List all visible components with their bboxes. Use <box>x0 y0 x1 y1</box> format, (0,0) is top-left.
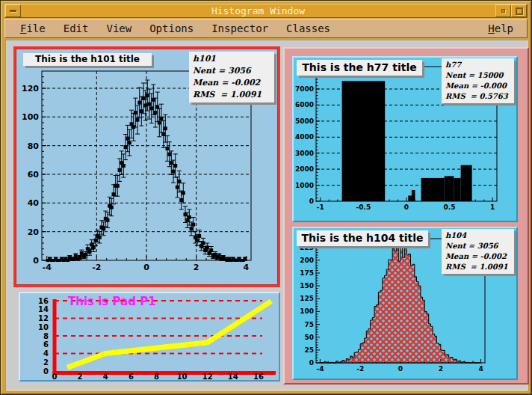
svg-text:120: 120 <box>22 84 39 94</box>
stats-line: RMS = 1.0091 <box>189 89 274 101</box>
svg-text:2000: 2000 <box>295 165 314 173</box>
svg-text:14: 14 <box>228 373 238 380</box>
svg-text:8: 8 <box>154 373 159 380</box>
h104-stats-box[interactable]: h104 Nent = 3056 Mean = -0.002 RMS = 1.0… <box>442 229 514 274</box>
svg-text:0: 0 <box>33 256 39 266</box>
root-canvas[interactable]: -4-2024020406080100120 This is the h101 … <box>5 40 528 391</box>
svg-text:3000: 3000 <box>295 150 314 157</box>
svg-text:0: 0 <box>404 203 409 211</box>
iconify-icon <box>501 9 505 13</box>
pad-h77[interactable]: 01000200030004000500060007000-1-0.500.51… <box>292 56 518 222</box>
pad-h101-selected[interactable]: -4-2024020406080100120 This is the h101 … <box>13 46 280 287</box>
svg-text:0: 0 <box>309 198 314 205</box>
svg-text:0: 0 <box>143 263 149 272</box>
stats-line: Nent = 3056 <box>189 65 274 77</box>
svg-text:4: 4 <box>478 365 483 373</box>
menu-inspector[interactable]: Inspector <box>204 21 276 36</box>
pad-right-group[interactable]: 01000200030004000500060007000-1-0.500.51… <box>283 47 529 385</box>
menu-classes[interactable]: Classes <box>279 21 338 36</box>
menu-file[interactable]: File <box>13 21 53 36</box>
svg-text:5000: 5000 <box>295 117 314 125</box>
svg-text:1000: 1000 <box>295 182 314 189</box>
titlebar[interactable]: Histogram Window <box>4 4 528 18</box>
svg-text:6000: 6000 <box>295 101 314 108</box>
stats-line: RMS = 1.0091 <box>442 262 514 272</box>
svg-text:10: 10 <box>38 323 49 331</box>
h101-stats-box[interactable]: h101 Nent = 3056 Mean = -0.002 RMS = 1.0… <box>189 52 274 102</box>
stats-line: Mean = -0.002 <box>442 251 514 262</box>
h104-title-box[interactable]: This is the h104 title <box>297 230 428 246</box>
stats-line: h77 <box>442 60 514 70</box>
svg-text:200: 200 <box>300 257 314 264</box>
svg-text:7000: 7000 <box>295 85 314 93</box>
menu-view[interactable]: View <box>99 21 139 36</box>
stats-line: Mean = -0.000 <box>442 81 514 91</box>
svg-text:14: 14 <box>38 305 49 313</box>
svg-text:12: 12 <box>202 373 213 380</box>
menu-help[interactable]: Help <box>482 21 519 36</box>
stats-line: h101 <box>189 53 274 65</box>
stats-line: RMS = 0.5763 <box>442 91 514 102</box>
svg-text:-1: -1 <box>317 203 324 211</box>
svg-text:0: 0 <box>309 359 314 367</box>
svg-text:0.5: 0.5 <box>444 203 456 211</box>
p1-title: This is Pad P1 <box>68 295 156 308</box>
svg-text:100: 100 <box>22 112 39 122</box>
svg-text:-0.5: -0.5 <box>356 203 371 211</box>
stats-line: Nent = 15000 <box>442 70 514 81</box>
svg-text:75: 75 <box>304 321 314 328</box>
svg-text:50: 50 <box>304 334 314 341</box>
svg-text:150: 150 <box>300 282 314 290</box>
stats-line: h104 <box>442 230 514 241</box>
window-title: Histogram Window <box>21 4 495 17</box>
h77-title-box[interactable]: This is the h77 title <box>297 60 422 76</box>
svg-text:4000: 4000 <box>295 133 314 141</box>
svg-text:80: 80 <box>28 141 40 151</box>
svg-text:125: 125 <box>300 295 314 302</box>
pad-p1[interactable]: 02468101214160246810121416 This is Pad P… <box>19 292 280 382</box>
svg-text:6: 6 <box>43 340 49 349</box>
svg-text:2: 2 <box>43 358 49 367</box>
svg-text:6: 6 <box>129 373 134 380</box>
svg-text:16: 16 <box>253 373 264 380</box>
svg-text:-4: -4 <box>316 365 324 373</box>
svg-text:12: 12 <box>38 314 49 322</box>
window-menu-icon <box>10 10 16 12</box>
h77-stats-box[interactable]: h77 Nent = 15000 Mean = -0.000 RMS = 0.5… <box>442 58 514 103</box>
svg-text:25: 25 <box>304 346 314 354</box>
svg-text:4: 4 <box>43 349 49 358</box>
svg-text:100: 100 <box>300 307 314 315</box>
window-menu-button[interactable] <box>5 4 21 17</box>
svg-text:0: 0 <box>398 365 403 373</box>
svg-text:8: 8 <box>43 332 49 340</box>
menubar: File Edit View Options Inspector Classes… <box>4 19 528 38</box>
svg-text:-4: -4 <box>43 263 52 272</box>
svg-text:10: 10 <box>177 373 188 380</box>
svg-text:-2: -2 <box>92 263 101 272</box>
maximize-icon <box>516 7 523 15</box>
svg-text:2: 2 <box>78 373 83 380</box>
stats-line: Nent = 3056 <box>442 241 514 251</box>
menu-edit[interactable]: Edit <box>56 21 96 36</box>
pad-h104[interactable]: 0255075100125150175200225-4-2024 This is… <box>292 227 518 380</box>
svg-text:20: 20 <box>28 227 40 237</box>
svg-text:40: 40 <box>28 198 40 208</box>
h101-title-box[interactable]: This is the h101 title <box>23 53 152 66</box>
svg-text:4: 4 <box>103 373 108 380</box>
svg-text:16: 16 <box>38 297 49 305</box>
svg-text:175: 175 <box>300 269 314 277</box>
svg-text:1: 1 <box>490 203 495 211</box>
svg-text:4: 4 <box>243 263 249 272</box>
svg-text:-2: -2 <box>356 365 364 373</box>
iconify-button[interactable] <box>495 4 511 17</box>
histogram-window: Histogram Window File Edit View Options … <box>0 0 532 395</box>
maximize-button[interactable] <box>511 4 527 17</box>
svg-text:0: 0 <box>52 373 58 380</box>
svg-text:2: 2 <box>439 365 443 373</box>
stats-line: Mean = -0.002 <box>189 77 274 89</box>
svg-text:2: 2 <box>194 263 200 272</box>
svg-text:0: 0 <box>43 367 49 376</box>
menu-options[interactable]: Options <box>142 21 201 36</box>
svg-text:60: 60 <box>28 170 40 180</box>
